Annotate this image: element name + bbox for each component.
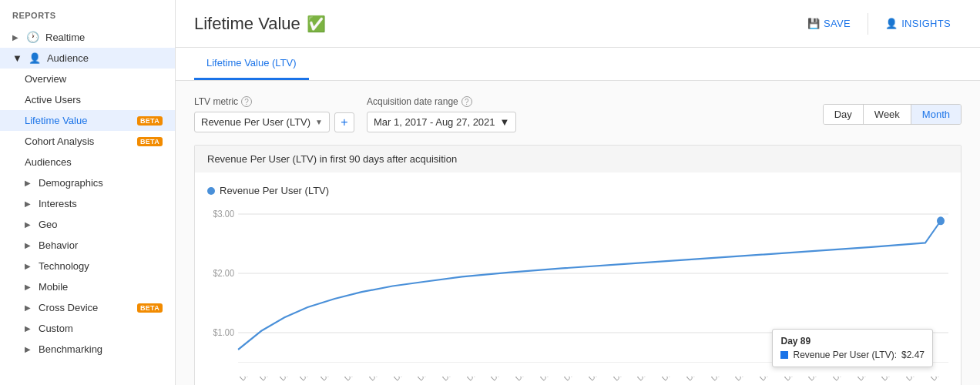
sidebar-item-label-benchmarking: Benchmarking	[39, 343, 163, 355]
sidebar-item-overview[interactable]: Overview	[0, 69, 175, 89]
ltv-metric-arrow-icon: ▼	[315, 118, 323, 126]
tab-lifetime-value[interactable]: Lifetime Value (LTV)	[194, 48, 309, 80]
chart-svg-wrapper: $3.00 $2.00 $1.00 Day 89 Revenue Per Us	[207, 206, 948, 375]
save-icon: 💾	[807, 18, 820, 29]
chart-tooltip: Day 89 Revenue Per User (LTV): $2.47	[772, 329, 933, 367]
ltv-metric-add-button[interactable]: +	[334, 112, 354, 132]
sidebar-item-mobile[interactable]: ▶ Mobile	[0, 276, 175, 297]
technology-chevron: ▶	[25, 262, 31, 270]
x-label-81: Day 81	[880, 377, 903, 383]
chart-container: Revenue Per User (LTV) in first 90 days …	[194, 145, 962, 385]
svg-point-7	[937, 216, 945, 225]
cross-device-chevron: ▶	[25, 303, 31, 312]
reports-label: REPORTS	[0, 0, 175, 26]
ltv-metric-value: Revenue Per User (LTV)	[201, 116, 310, 128]
x-label-75: Day 75	[831, 377, 854, 383]
x-label-24: Day 24	[416, 377, 439, 383]
x-label-27: Day 27	[441, 377, 464, 383]
sidebar-item-behavior[interactable]: ▶ Behavior	[0, 235, 175, 256]
sidebar-item-label-active-users: Active Users	[25, 94, 163, 105]
legend-dot	[207, 187, 215, 195]
benchmarking-chevron: ▶	[25, 345, 31, 353]
acquisition-date-value: Mar 1, 2017 - Aug 27, 2021	[374, 116, 495, 128]
x-label-36: Day 36	[514, 377, 537, 383]
x-label-69: Day 69	[783, 377, 806, 383]
sidebar-item-label-behavior: Behavior	[39, 239, 163, 251]
x-label-72: Day 72	[807, 377, 830, 383]
acquisition-group: Acquisition date range ? Mar 1, 2017 - A…	[367, 96, 516, 132]
time-btn-month[interactable]: Month	[911, 105, 961, 124]
sidebar-item-demographics[interactable]: ▶ Demographics	[0, 172, 175, 193]
x-axis-labels: Day 0 Day 3 Day 6 Day 9 Day 12 Day 15 Da…	[207, 377, 948, 385]
x-label-48: Day 48	[612, 377, 635, 383]
lifetime-value-badge: BETA	[137, 116, 163, 126]
controls-row: LTV metric ? Revenue Per User (LTV) ▼ + …	[194, 96, 962, 132]
sidebar-item-label-technology: Technology	[39, 260, 163, 272]
insights-button[interactable]: 👤 INSIGHTS	[874, 12, 962, 35]
sidebar-item-custom[interactable]: ▶ Custom	[0, 318, 175, 339]
tooltip-metric-value: $2.47	[901, 350, 925, 360]
verified-icon: ✅	[307, 15, 326, 33]
acquisition-date-select[interactable]: Mar 1, 2017 - Aug 27, 2021 ▼	[367, 112, 516, 132]
save-button[interactable]: 💾 SAVE	[797, 12, 861, 35]
x-label-54: Day 54	[660, 377, 683, 383]
sidebar-item-label-audience: Audience	[47, 52, 163, 64]
x-label-87: Day 87	[929, 377, 948, 383]
audience-chevron: ▼	[12, 52, 22, 64]
ltv-metric-label: LTV metric ?	[194, 96, 354, 107]
sidebar-item-benchmarking[interactable]: ▶ Benchmarking	[0, 339, 175, 360]
x-label-78: Day 78	[856, 377, 879, 383]
tabs-bar: Lifetime Value (LTV)	[176, 48, 980, 81]
sidebar-item-label-geo: Geo	[39, 219, 163, 230]
ltv-metric-help-icon[interactable]: ?	[241, 96, 252, 107]
interests-chevron: ▶	[25, 199, 31, 208]
tooltip-color-swatch	[780, 351, 788, 359]
x-label-57: Day 57	[685, 377, 708, 383]
sidebar-item-active-users[interactable]: Active Users	[0, 89, 175, 110]
x-label-0: Day 0	[238, 377, 258, 383]
sidebar-item-geo[interactable]: ▶ Geo	[0, 214, 175, 235]
sidebar-item-label-mobile: Mobile	[39, 281, 163, 293]
sidebar-item-lifetime-value[interactable]: Lifetime Value BETA	[0, 110, 175, 131]
x-label-12: Day 12	[319, 377, 342, 383]
demographics-chevron: ▶	[25, 179, 31, 187]
x-label-15: Day 15	[343, 377, 366, 383]
cross-device-badge: BETA	[137, 303, 163, 313]
insights-icon: 👤	[885, 18, 898, 29]
tooltip-row: Revenue Per User (LTV): $2.47	[780, 350, 925, 360]
x-label-60: Day 60	[710, 377, 733, 383]
x-label-66: Day 66	[758, 377, 781, 383]
save-label: SAVE	[824, 18, 851, 29]
insights-label: INSIGHTS	[901, 18, 951, 29]
sidebar-item-realtime[interactable]: ▶ 🕐 Realtime	[0, 26, 175, 48]
ltv-metric-select-row: Revenue Per User (LTV) ▼ +	[194, 112, 354, 132]
x-label-9: Day 9	[298, 377, 318, 383]
chart-title: Revenue Per User (LTV) in first 90 days …	[195, 146, 961, 172]
main-content: Lifetime Value ✅ 💾 SAVE 👤 INSIGHTS Lifet…	[176, 0, 980, 385]
chart-legend: Revenue Per User (LTV)	[207, 185, 948, 196]
x-label-18: Day 18	[368, 377, 391, 383]
sidebar-item-audience[interactable]: ▼ 👤 Audience	[0, 48, 175, 69]
sidebar-item-label-custom: Custom	[39, 323, 163, 334]
acquisition-date-arrow-icon: ▼	[500, 116, 510, 128]
time-btn-week[interactable]: Week	[864, 105, 911, 124]
acquisition-label: Acquisition date range ?	[367, 96, 516, 107]
sidebar-item-label-cross-device: Cross Device	[39, 302, 131, 313]
ltv-metric-group: LTV metric ? Revenue Per User (LTV) ▼ +	[194, 96, 354, 132]
sidebar-item-interests[interactable]: ▶ Interests	[0, 193, 175, 214]
realtime-chevron: ▶	[12, 33, 18, 42]
sidebar-item-audiences[interactable]: Audiences	[0, 152, 175, 172]
x-label-3: Day 3	[258, 377, 278, 383]
time-buttons: Day Week Month	[823, 104, 962, 125]
time-btn-day[interactable]: Day	[824, 105, 864, 124]
x-label-84: Day 84	[904, 377, 928, 383]
geo-chevron: ▶	[25, 220, 31, 229]
sidebar-item-technology[interactable]: ▶ Technology	[0, 256, 175, 276]
sidebar-item-cross-device[interactable]: ▶ Cross Device BETA	[0, 297, 175, 318]
sidebar-item-cohort-analysis[interactable]: Cohort Analysis BETA	[0, 131, 175, 152]
svg-text:$1.00: $1.00	[213, 328, 235, 338]
ltv-metric-select[interactable]: Revenue Per User (LTV) ▼	[194, 112, 330, 132]
content-area: LTV metric ? Revenue Per User (LTV) ▼ + …	[176, 81, 980, 385]
sidebar-item-label-realtime: Realtime	[45, 32, 163, 43]
acquisition-help-icon[interactable]: ?	[461, 96, 472, 107]
